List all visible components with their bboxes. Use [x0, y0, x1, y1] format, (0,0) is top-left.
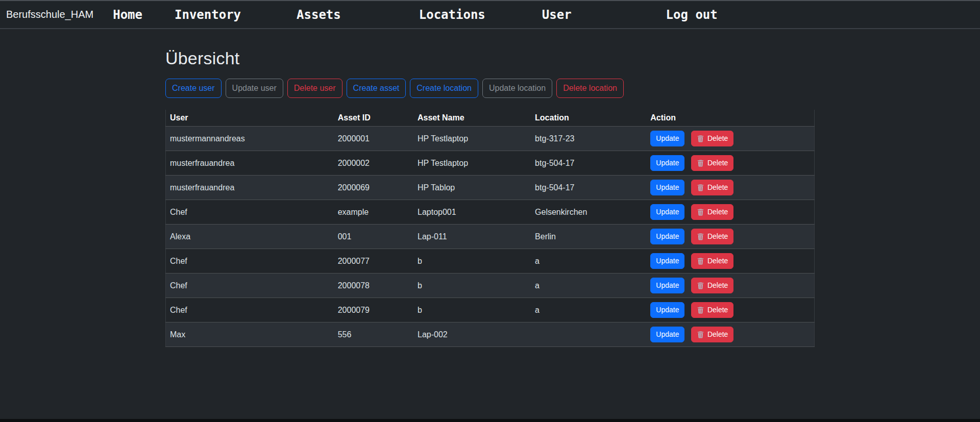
cell-user: Chef — [166, 249, 334, 274]
cell-action: Update Delete — [646, 200, 814, 225]
nav-link-inventory[interactable]: Inventory — [175, 8, 241, 22]
update-button[interactable]: Update — [650, 180, 684, 195]
delete-button-label: Delete — [707, 329, 728, 340]
nav-item: Assets — [297, 8, 341, 22]
column-header-action: Action — [646, 110, 814, 127]
cell-asset-id: 001 — [334, 225, 413, 249]
delete-button-label: Delete — [707, 280, 728, 291]
cell-user: musterfrauandrea — [166, 151, 334, 176]
cell-location: a — [531, 274, 646, 298]
cell-location: a — [531, 298, 646, 322]
table-row: Chef 2000077 b a Update Delete — [166, 249, 815, 274]
trash-icon — [697, 159, 704, 167]
nav-item: User — [542, 8, 572, 22]
cell-asset-name: HP Tablop — [413, 176, 531, 200]
nav-item: Home — [113, 8, 142, 22]
navbar-brand[interactable]: Berufsschule_HAM — [6, 9, 93, 20]
toolbar-button-delete-user[interactable]: Delete user — [287, 79, 342, 98]
cell-location: btg-504-17 — [531, 151, 646, 176]
update-button[interactable]: Update — [650, 278, 684, 293]
cell-user: mustermannandreas — [166, 127, 334, 151]
delete-button[interactable]: Delete — [691, 278, 733, 293]
nav-link-home[interactable]: Home — [113, 8, 142, 22]
trash-icon — [697, 306, 704, 314]
delete-button-label: Delete — [707, 182, 728, 193]
delete-button-label: Delete — [707, 158, 728, 168]
toolbar-button-create-user[interactable]: Create user — [165, 79, 222, 98]
nav-item: Locations — [419, 8, 485, 22]
delete-button-label: Delete — [707, 256, 728, 266]
toolbar-button-delete-location[interactable]: Delete location — [556, 79, 624, 98]
update-button[interactable]: Update — [650, 253, 684, 269]
table-row: musterfrauandrea 2000069 HP Tablop btg-5… — [166, 176, 815, 200]
table-row: musterfrauandrea 2000002 HP Testlaptop b… — [166, 151, 815, 176]
column-header-asset-name: Asset Name — [413, 110, 531, 127]
nav-item: Log out — [666, 8, 718, 22]
cell-action: Update Delete — [646, 249, 814, 274]
nav-item: Inventory — [175, 8, 241, 22]
delete-button[interactable]: Delete — [691, 131, 733, 146]
cell-asset-id: 2000001 — [334, 127, 413, 151]
delete-button[interactable]: Delete — [691, 302, 733, 318]
page-title: Übersicht — [165, 48, 815, 68]
cell-asset-name: b — [413, 274, 531, 298]
column-header-asset-id: Asset ID — [334, 110, 413, 127]
delete-button-label: Delete — [707, 231, 728, 242]
toolbar-button-update-user[interactable]: Update user — [226, 79, 283, 98]
delete-button[interactable]: Delete — [691, 253, 733, 269]
navbar-links: HomeInventoryAssetsLocationsUserLog out — [113, 8, 718, 22]
cell-user: Chef — [166, 200, 334, 225]
cell-asset-id: example — [334, 200, 413, 225]
cell-location — [531, 322, 646, 347]
delete-button[interactable]: Delete — [691, 155, 733, 171]
trash-icon — [697, 208, 704, 216]
cell-location: Gelsenkirchen — [531, 200, 646, 225]
update-button[interactable]: Update — [650, 302, 684, 318]
delete-button-label: Delete — [707, 207, 728, 217]
delete-button[interactable]: Delete — [691, 229, 733, 244]
cell-asset-name: Lap-011 — [413, 225, 531, 249]
cell-asset-id: 2000079 — [334, 298, 413, 322]
cell-asset-id: 556 — [334, 322, 413, 347]
cell-action: Update Delete — [646, 298, 814, 322]
cell-location: btg-317-23 — [531, 127, 646, 151]
trash-icon — [697, 257, 704, 265]
update-button[interactable]: Update — [650, 327, 684, 342]
trash-icon — [697, 184, 704, 191]
bottom-edge-strip — [0, 419, 980, 422]
nav-link-log-out[interactable]: Log out — [666, 8, 718, 22]
update-button[interactable]: Update — [650, 155, 684, 171]
delete-button[interactable]: Delete — [691, 180, 733, 195]
main-content: Übersicht Create userUpdate userDelete u… — [165, 48, 815, 347]
delete-button-label: Delete — [707, 305, 728, 315]
cell-user: musterfrauandrea — [166, 176, 334, 200]
cell-user: Chef — [166, 298, 334, 322]
update-button[interactable]: Update — [650, 131, 684, 146]
delete-button[interactable]: Delete — [691, 204, 733, 220]
cell-user: Alexa — [166, 225, 334, 249]
table-row: mustermannandreas 2000001 HP Testlaptop … — [166, 127, 815, 151]
cell-asset-id: 2000069 — [334, 176, 413, 200]
table-row: Chef 2000079 b a Update Delete — [166, 298, 815, 322]
column-header-user: User — [166, 110, 334, 127]
toolbar-button-create-location[interactable]: Create location — [410, 79, 478, 98]
nav-link-assets[interactable]: Assets — [297, 8, 341, 22]
table-row: Max 556 Lap-002 Update Delete — [166, 322, 815, 347]
nav-link-user[interactable]: User — [542, 8, 572, 22]
nav-link-locations[interactable]: Locations — [419, 8, 485, 22]
cell-action: Update Delete — [646, 176, 814, 200]
assets-table: UserAsset IDAsset NameLocationAction mus… — [165, 110, 815, 347]
cell-location: btg-504-17 — [531, 176, 646, 200]
trash-icon — [697, 331, 704, 338]
update-button[interactable]: Update — [650, 204, 684, 220]
table-row: Chef example Laptop001 Gelsenkirchen Upd… — [166, 200, 815, 225]
cell-asset-id: 2000077 — [334, 249, 413, 274]
cell-user: Max — [166, 322, 334, 347]
delete-button[interactable]: Delete — [691, 327, 733, 342]
toolbar-button-update-location[interactable]: Update location — [482, 79, 552, 98]
cell-asset-id: 2000002 — [334, 151, 413, 176]
toolbar-button-create-asset[interactable]: Create asset — [347, 79, 406, 98]
cell-action: Update Delete — [646, 151, 814, 176]
cell-asset-name: HP Testlaptop — [413, 127, 531, 151]
update-button[interactable]: Update — [650, 229, 684, 244]
